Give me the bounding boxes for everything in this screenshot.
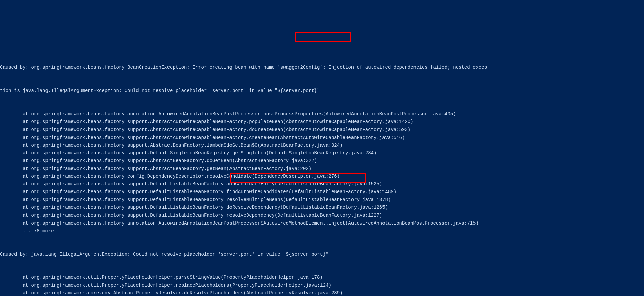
stack-frame: at org.springframework.beans.factory.sup… bbox=[0, 165, 644, 173]
stack-frame: at org.springframework.util.PropertyPlac… bbox=[0, 274, 644, 282]
stack-frame: at org.springframework.beans.factory.ann… bbox=[0, 110, 644, 118]
stack-frame: at org.springframework.beans.factory.sup… bbox=[0, 149, 644, 157]
stack-frame: at org.springframework.beans.factory.sup… bbox=[0, 196, 644, 204]
stack-frame: at org.springframework.beans.factory.sup… bbox=[0, 142, 644, 149]
stack-frame: at org.springframework.beans.factory.sup… bbox=[0, 126, 644, 134]
exception-header-2: Caused by: java.lang.IllegalArgumentExce… bbox=[0, 250, 644, 258]
text-segment-highlighted: 'server.port' in value "${server.port}" bbox=[215, 251, 329, 257]
stack-frame: ... 78 more bbox=[0, 227, 644, 235]
stack-frame: at org.springframework.beans.factory.sup… bbox=[0, 134, 644, 142]
highlight-swagger2config bbox=[295, 32, 351, 42]
stack-frame: at org.springframework.util.PropertyPlac… bbox=[0, 282, 644, 289]
stack-frame: at org.springframework.core.env.Abstract… bbox=[0, 289, 644, 296]
stack-frame: at org.springframework.beans.factory.ann… bbox=[0, 219, 644, 227]
terminal-output[interactable]: Caused by: org.springframework.beans.fac… bbox=[0, 32, 644, 296]
stack-frame: at org.springframework.beans.factory.sup… bbox=[0, 180, 644, 188]
text-segment: Injection of autowired dependencies fail… bbox=[326, 65, 487, 70]
text-segment: Caused by: java.lang.IllegalArgumentExce… bbox=[0, 251, 215, 257]
exception-header-1: Caused by: org.springframework.beans.fac… bbox=[0, 64, 644, 71]
stack-frame: at org.springframework.beans.factory.con… bbox=[0, 173, 644, 180]
exception-header-1-wrap: tion is java.lang.IllegalArgumentExcepti… bbox=[0, 87, 644, 95]
stack-frame: at org.springframework.beans.factory.sup… bbox=[0, 118, 644, 126]
text-segment: Caused by: org.springframework.beans.fac… bbox=[0, 65, 277, 70]
stack-frame: at org.springframework.beans.factory.sup… bbox=[0, 188, 644, 196]
stack-frame: at org.springframework.beans.factory.sup… bbox=[0, 157, 644, 165]
text-segment-highlighted: 'swagger2Config': bbox=[277, 65, 326, 70]
stack-frame: at org.springframework.beans.factory.sup… bbox=[0, 204, 644, 211]
stack-frame: at org.springframework.beans.factory.sup… bbox=[0, 212, 644, 219]
